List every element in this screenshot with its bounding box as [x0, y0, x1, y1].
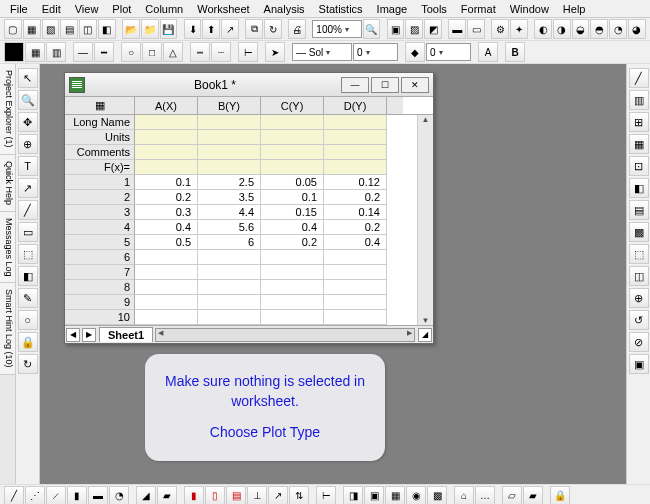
rtool-6[interactable]: ◧ — [629, 178, 649, 198]
cell[interactable] — [261, 160, 324, 175]
cell[interactable] — [198, 265, 261, 280]
pointer-tool[interactable]: ↖ — [18, 68, 38, 88]
cell[interactable]: 0.5 — [135, 235, 198, 250]
line-tool[interactable]: ╱ — [18, 200, 38, 220]
cell[interactable] — [261, 280, 324, 295]
tool-d-button[interactable]: ⚙ — [491, 19, 509, 39]
horizontal-scrollbar[interactable] — [155, 328, 415, 342]
plot-area-button[interactable]: ◢ — [136, 486, 156, 505]
cell[interactable] — [198, 295, 261, 310]
reader-tool[interactable]: ⊕ — [18, 134, 38, 154]
symbol-tri-button[interactable]: △ — [163, 42, 183, 62]
cell[interactable] — [261, 115, 324, 130]
tool-e-button[interactable]: ✦ — [510, 19, 528, 39]
rtool-7[interactable]: ▤ — [629, 200, 649, 220]
tool-f-button[interactable]: ◐ — [534, 19, 552, 39]
col-c[interactable]: C(Y) — [261, 97, 324, 114]
arrow-button[interactable]: ➤ — [265, 42, 285, 62]
cell[interactable]: 5.6 — [198, 220, 261, 235]
plot-scatter-button[interactable]: ⋰ — [25, 486, 45, 505]
cell[interactable] — [135, 115, 198, 130]
cell[interactable]: 0.4 — [135, 220, 198, 235]
tool-h-button[interactable]: ◒ — [572, 19, 590, 39]
tool-g-button[interactable]: ◑ — [553, 19, 571, 39]
cell[interactable] — [324, 250, 387, 265]
sheet-tab[interactable]: Sheet1 — [99, 327, 153, 342]
new-matrix-button[interactable]: ▤ — [60, 19, 78, 39]
cell[interactable] — [261, 265, 324, 280]
zoom-tool[interactable]: 🔍 — [18, 90, 38, 110]
cell[interactable]: 6 — [198, 235, 261, 250]
row-9[interactable]: 9 — [65, 295, 135, 310]
cell[interactable] — [324, 145, 387, 160]
cell[interactable]: 4.4 — [198, 205, 261, 220]
row-4[interactable]: 4 — [65, 220, 135, 235]
row-units[interactable]: Units — [65, 130, 135, 145]
cell[interactable]: 0.2 — [135, 190, 198, 205]
linestyle-combo[interactable]: — Sol — [292, 43, 352, 61]
row-5[interactable]: 5 — [65, 235, 135, 250]
cell[interactable] — [324, 265, 387, 280]
cell[interactable] — [198, 280, 261, 295]
open-button[interactable]: 📂 — [122, 19, 140, 39]
cell[interactable] — [324, 280, 387, 295]
tab-smart-hint[interactable]: Smart Hint Log (10) — [0, 283, 15, 375]
cell[interactable]: 0.1 — [135, 175, 198, 190]
tool-a-button[interactable]: ▣ — [387, 19, 405, 39]
cell[interactable] — [135, 145, 198, 160]
row-button[interactable]: ▭ — [467, 19, 485, 39]
row-longname[interactable]: Long Name — [65, 115, 135, 130]
cell[interactable] — [324, 310, 387, 325]
rtool-3[interactable]: ⊞ — [629, 112, 649, 132]
col-a[interactable]: A(X) — [135, 97, 198, 114]
plot-hilo-button[interactable]: ⊥ — [247, 486, 267, 505]
cell[interactable] — [198, 145, 261, 160]
lock-tool[interactable]: 🔒 — [18, 332, 38, 352]
arrow-tool[interactable]: ↗ — [18, 178, 38, 198]
plot-image-button[interactable]: ▩ — [427, 486, 447, 505]
row-2[interactable]: 2 — [65, 190, 135, 205]
cell[interactable] — [198, 130, 261, 145]
resize-grip[interactable]: ◢ — [418, 328, 432, 342]
fill-black-button[interactable] — [4, 42, 24, 62]
corner-cell[interactable]: ▦ — [65, 97, 135, 114]
fill-color-button[interactable]: ▥ — [46, 42, 66, 62]
cell[interactable]: 0.15 — [261, 205, 324, 220]
cell[interactable] — [261, 250, 324, 265]
tab-messages-log[interactable]: Messages Log — [0, 212, 15, 284]
menu-worksheet[interactable]: Worksheet — [191, 2, 255, 16]
titlebar[interactable]: Book1 * — ☐ ✕ — [65, 73, 433, 97]
fill-pattern-button[interactable]: ▦ — [25, 42, 45, 62]
cell[interactable] — [135, 160, 198, 175]
menu-help[interactable]: Help — [557, 2, 592, 16]
region-tool[interactable]: ⬚ — [18, 244, 38, 264]
rtool-9[interactable]: ⬚ — [629, 244, 649, 264]
cell[interactable] — [324, 115, 387, 130]
row-fx[interactable]: F(x)= — [65, 160, 135, 175]
cell[interactable] — [198, 115, 261, 130]
plot-stock-button[interactable]: ⇅ — [289, 486, 309, 505]
line-thick-button[interactable]: ━ — [94, 42, 114, 62]
new-graph-button[interactable]: ▧ — [42, 19, 60, 39]
zoom-in-button[interactable]: 🔍 — [363, 19, 381, 39]
plot-contour-button[interactable]: ◉ — [406, 486, 426, 505]
rtool-12[interactable]: ↺ — [629, 310, 649, 330]
col-b[interactable]: B(Y) — [198, 97, 261, 114]
open-template-button[interactable]: 📁 — [141, 19, 159, 39]
menu-analysis[interactable]: Analysis — [258, 2, 311, 16]
mask2-button[interactable]: ▰ — [523, 486, 543, 505]
plot-column-button[interactable]: ▮ — [67, 486, 87, 505]
cell[interactable] — [198, 310, 261, 325]
menu-statistics[interactable]: Statistics — [313, 2, 369, 16]
plot-more-button[interactable]: … — [475, 486, 495, 505]
batch-button[interactable]: ⧉ — [245, 19, 263, 39]
col-d[interactable]: D(Y) — [324, 97, 387, 114]
close-button[interactable]: ✕ — [401, 77, 429, 93]
tool-c-button[interactable]: ◩ — [424, 19, 442, 39]
cell[interactable] — [135, 280, 198, 295]
rtool-11[interactable]: ⊕ — [629, 288, 649, 308]
tool-i-button[interactable]: ◓ — [590, 19, 608, 39]
cell[interactable] — [135, 265, 198, 280]
menu-plot[interactable]: Plot — [106, 2, 137, 16]
row-6[interactable]: 6 — [65, 250, 135, 265]
